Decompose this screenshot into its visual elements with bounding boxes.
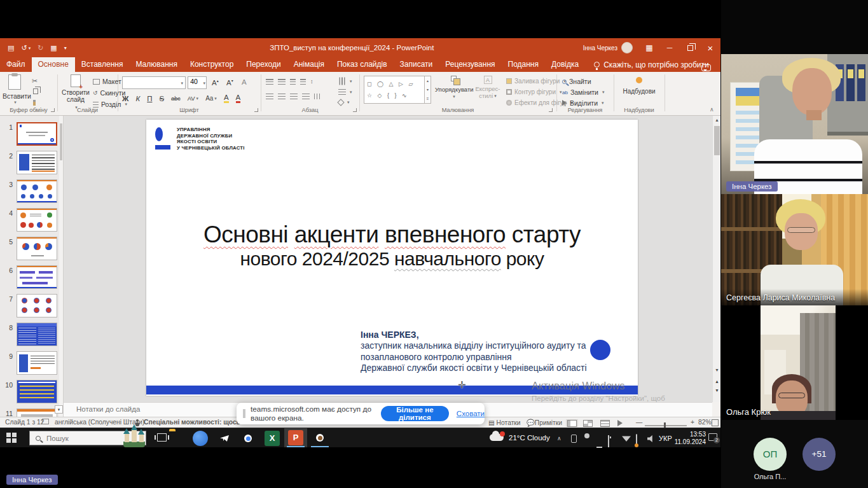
thumbnail-slide-6[interactable]: 6 bbox=[0, 265, 63, 291]
bold-button[interactable]: Ж bbox=[122, 95, 128, 102]
customize-qat-icon[interactable]: ▾ bbox=[64, 45, 67, 51]
tab-help[interactable]: Довідка bbox=[545, 57, 585, 72]
drag-handle-icon[interactable] bbox=[243, 409, 245, 418]
font-color-button[interactable]: А bbox=[236, 94, 241, 103]
new-slide-button[interactable]: Створити слайд▾ bbox=[61, 74, 90, 111]
replace-button[interactable]: abЗамінити▾ bbox=[562, 88, 605, 96]
tab-transitions[interactable]: Переходи bbox=[240, 57, 287, 72]
shape-outline-button[interactable]: Контур фігури▾ bbox=[506, 88, 561, 95]
scroll-up-icon[interactable]: ▲ bbox=[713, 118, 720, 122]
thumbnail-slide-11[interactable]: 11 bbox=[0, 408, 63, 417]
language-tray[interactable]: УКР bbox=[659, 435, 672, 442]
format-painter-button[interactable] bbox=[33, 100, 36, 106]
thumbnail-slide-9[interactable]: 9 bbox=[0, 351, 63, 377]
tab-file[interactable]: Файл bbox=[0, 57, 32, 72]
participant-video[interactable]: Сергеєва Лариса Миколаївна bbox=[721, 194, 868, 305]
zoom-out-icon[interactable]: — bbox=[636, 419, 642, 426]
zoom-slider[interactable] bbox=[645, 422, 687, 428]
account-name[interactable]: Інна Черкез bbox=[583, 45, 617, 52]
scroll-thumb[interactable] bbox=[714, 126, 720, 155]
dialog-launcher-icon[interactable] bbox=[254, 108, 258, 112]
zoom-in-icon[interactable]: + bbox=[691, 419, 694, 426]
find-button[interactable]: Знайти bbox=[562, 78, 591, 85]
paste-button[interactable]: Вставити ▾ bbox=[3, 74, 27, 105]
start-button[interactable] bbox=[6, 433, 17, 443]
slide[interactable]: УПРАВЛІННЯ ДЕРЖАВНОЇ СЛУЖБИ ЯКОСТІ ОСВІТ… bbox=[146, 120, 638, 396]
arrange-button[interactable]: Упорядкувати▾ bbox=[435, 76, 472, 100]
highlight-color-button[interactable]: А bbox=[224, 94, 229, 103]
dialog-launcher-icon[interactable] bbox=[51, 108, 55, 112]
tab-view[interactable]: Подання bbox=[502, 57, 545, 72]
minimize-button[interactable]: ─ bbox=[659, 38, 680, 57]
weather-icon[interactable] bbox=[490, 432, 505, 443]
view-normal-icon[interactable] bbox=[566, 419, 578, 427]
thumbnail-scrollbar[interactable] bbox=[59, 116, 63, 417]
shapes-scroll[interactable]: ▴▾≡ bbox=[425, 76, 431, 104]
text-shadow-button[interactable]: abc bbox=[171, 95, 181, 102]
excel-icon[interactable]: X bbox=[265, 431, 280, 446]
thumbnail-slide-10[interactable]: 10 bbox=[0, 380, 63, 405]
tab-slideshow[interactable]: Показ слайдів bbox=[331, 57, 394, 72]
font-size-combobox[interactable]: ▾ bbox=[188, 76, 207, 89]
scroll-down-icon[interactable]: ▼ bbox=[713, 368, 720, 372]
stop-sharing-button[interactable]: Більше не ділитися bbox=[381, 406, 449, 421]
search-highlight-icon[interactable] bbox=[122, 426, 146, 447]
thumbnail-slide-1[interactable]: 1 bbox=[0, 122, 63, 148]
redo-icon[interactable]: ↻ bbox=[38, 44, 43, 52]
slideshow-icon[interactable]: ▦ bbox=[50, 44, 57, 52]
thumbnail-slide-5[interactable]: 5 bbox=[0, 237, 63, 262]
participant-video[interactable]: Ольга Крюк bbox=[721, 305, 868, 420]
tab-insert[interactable]: Вставлення bbox=[75, 57, 130, 72]
strikethrough-button[interactable]: S bbox=[159, 95, 164, 102]
search-input[interactable] bbox=[45, 434, 121, 443]
shapes-gallery[interactable]: ◻ ◯ △ ▷ ▱☆ ◇ { } ∿ bbox=[364, 76, 425, 104]
security-icon[interactable] bbox=[636, 434, 637, 446]
dialog-launcher-icon[interactable] bbox=[549, 108, 553, 112]
select-button[interactable]: Виділити▾ bbox=[562, 99, 604, 107]
tab-animations[interactable]: Анімація bbox=[287, 57, 331, 72]
tab-review[interactable]: Рецензування bbox=[439, 57, 501, 72]
wifi-icon[interactable] bbox=[622, 435, 631, 442]
overflow-count-avatar[interactable]: +51 bbox=[803, 438, 836, 471]
blue-app-icon[interactable] bbox=[193, 431, 208, 446]
zoom-level[interactable]: 82% bbox=[698, 419, 712, 426]
display-settings-icon[interactable] bbox=[42, 419, 49, 424]
collapse-ribbon-icon[interactable]: ∧ bbox=[710, 106, 714, 113]
tray-expand-icon[interactable]: ∧ bbox=[557, 435, 561, 442]
tab-record[interactable]: Записати bbox=[394, 57, 439, 72]
account-avatar[interactable] bbox=[621, 42, 633, 53]
smartart-button[interactable]: ▾ bbox=[338, 100, 350, 105]
battery-icon[interactable] bbox=[608, 435, 609, 447]
browser-taskbar-button[interactable] bbox=[308, 428, 331, 447]
clock[interactable]: 13:5311.09.2024 bbox=[672, 431, 706, 445]
fit-slide-icon[interactable] bbox=[712, 419, 719, 426]
align-text-button[interactable]: ▾ bbox=[338, 89, 352, 95]
thumbnail-slide-7[interactable]: 7 bbox=[0, 294, 63, 319]
phone-link-icon[interactable] bbox=[571, 435, 577, 443]
powerpoint-taskbar-button[interactable]: P bbox=[284, 428, 307, 447]
weather-text[interactable]: 21°C Cloudy bbox=[509, 434, 550, 442]
thumbnail-slide-8[interactable]: 8 bbox=[0, 323, 63, 348]
tab-design[interactable]: Конструктор bbox=[184, 57, 240, 72]
copy-button[interactable] bbox=[33, 88, 38, 94]
addins-button[interactable]: Надбудови bbox=[620, 77, 658, 95]
thumbnail-slide-4[interactable]: 4 bbox=[0, 208, 63, 234]
participant-avatar[interactable]: ОП bbox=[754, 438, 787, 471]
shape-fill-button[interactable]: Заливка фігури▾ bbox=[506, 78, 566, 85]
tab-draw[interactable]: Малювання bbox=[129, 57, 183, 72]
reset-button[interactable]: ↺Скинути bbox=[93, 89, 125, 97]
change-case-button[interactable]: Aa▾ bbox=[205, 95, 217, 102]
slide-scrollbar[interactable]: ▲ ▼ ▲ ▼ bbox=[712, 116, 720, 402]
font-name-combobox[interactable]: ▾ bbox=[122, 76, 186, 89]
restore-button[interactable] bbox=[680, 38, 700, 57]
cut-button[interactable]: ✂ bbox=[32, 77, 38, 85]
font-size-input[interactable] bbox=[188, 77, 200, 86]
clear-format-button[interactable]: А bbox=[242, 78, 251, 86]
thumbnail-slide-2[interactable]: 2 bbox=[0, 151, 63, 176]
comments-icon[interactable] bbox=[701, 64, 711, 71]
dialog-launcher-icon[interactable] bbox=[353, 108, 357, 112]
italic-button[interactable]: К bbox=[135, 95, 140, 102]
paragraph-list-buttons[interactable]: ↕ bbox=[266, 78, 313, 85]
comments-toggle[interactable]: 💬Примітки bbox=[527, 419, 562, 427]
underline-button[interactable]: П bbox=[147, 95, 152, 102]
